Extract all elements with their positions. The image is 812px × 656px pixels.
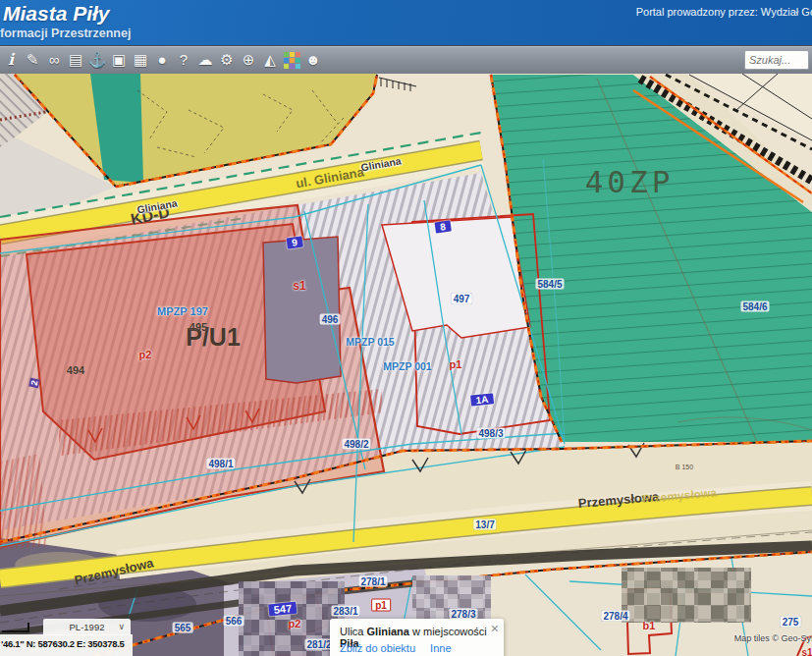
crs-label: PL-1992 [70,622,105,632]
copy-overlap-icon[interactable]: ▣ [108,46,130,74]
popup-street-name: Gliniana [367,626,409,637]
chevron-down-icon: ∨ [118,619,125,635]
legend-grid-cells [284,52,300,69]
gis-portal-window: Miasta Piły formacji Przestrzennej Porta… [0,0,812,656]
print-icon[interactable]: ▤ [65,46,86,74]
pixelation-blur [412,575,491,621]
link-icon[interactable]: ∞ [43,46,65,74]
north-arrow-icon[interactable]: ◭ [259,46,281,74]
portal-note: Portal prowadzony przez: Wydział Go [636,6,812,18]
page-subtitle: formacji Przestrzennej [0,27,131,40]
crs-selector[interactable]: PL-1992 ∨ [43,619,131,635]
cloud-download-icon[interactable]: ☁ [194,46,216,74]
zoom-search-icon[interactable]: ⊕ [238,46,259,74]
map-attribution: Map tiles © Geo-Syst [680,633,812,643]
draw-icon[interactable]: ✎ [22,46,43,74]
map-toolbar: i✎∞▤⚓▣▦●?☁⚙⊕◭☻ [0,45,812,75]
map-canvas[interactable] [0,74,812,656]
feature-popup: × Ulica Gliniana w miejscowości Piła Zbl… [330,619,504,656]
help-icon[interactable]: ? [173,46,194,74]
scale-bar [2,623,29,632]
app-header: Miasta Piły formacji Przestrzennej Porta… [0,0,812,45]
pixelation-blur [239,581,345,656]
pixelation-blur [622,568,751,623]
other-link[interactable]: Inne [430,642,451,654]
toolbar-icons: i✎∞▤⚓▣▦●?☁⚙⊕◭☻ [0,46,324,63]
page-title: Miasta Piły [3,2,110,26]
legend-grid-icon[interactable] [281,46,302,74]
anchor-icon[interactable]: ⚓ [86,46,108,74]
layout-panels-icon[interactable]: ▦ [130,46,151,74]
search-input[interactable] [744,50,809,70]
feedback-icon[interactable]: ☻ [302,46,324,74]
coordinates-readout: '46.1" N: 587630.2 E: 350378.5 [0,634,133,656]
settings-gears-icon[interactable]: ⚙ [216,46,238,74]
info-icon[interactable]: i [0,46,22,74]
zoom-to-object-link[interactable]: Zbliż do obiektu [340,642,415,654]
speech-bubble-icon[interactable]: ● [151,46,173,74]
